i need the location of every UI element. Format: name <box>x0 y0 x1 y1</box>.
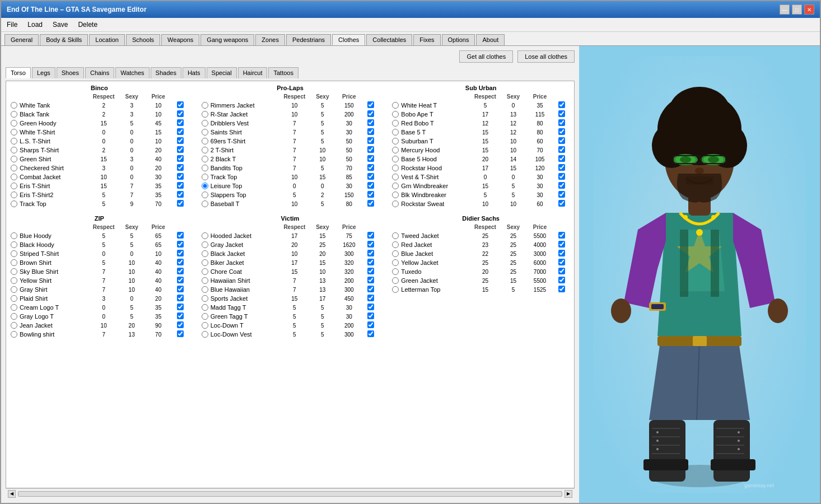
item-radio[interactable] <box>11 156 17 162</box>
get-all-clothes-button[interactable]: Get all clothes <box>459 50 513 63</box>
minimize-button[interactable]: — <box>780 4 790 15</box>
item-checkbox[interactable] <box>558 110 565 117</box>
tab-chains[interactable]: Chains <box>85 67 114 78</box>
item-checkbox[interactable] <box>367 321 374 328</box>
item-radio[interactable] <box>11 259 17 266</box>
item-checkbox[interactable] <box>367 173 374 180</box>
item-radio[interactable] <box>392 165 399 171</box>
item-checkbox[interactable] <box>177 259 184 265</box>
item-radio[interactable] <box>392 183 399 189</box>
item-radio[interactable] <box>11 331 17 338</box>
item-radio[interactable] <box>202 259 208 266</box>
item-radio[interactable] <box>392 111 399 118</box>
item-checkbox[interactable] <box>177 101 184 108</box>
item-checkbox[interactable] <box>367 137 374 144</box>
item-radio[interactable] <box>392 174 399 180</box>
menu-file[interactable]: File <box>4 20 20 30</box>
item-checkbox[interactable] <box>367 232 374 239</box>
item-checkbox[interactable] <box>177 137 184 144</box>
item-checkbox[interactable] <box>177 173 184 180</box>
item-radio[interactable] <box>11 183 17 189</box>
item-checkbox[interactable] <box>177 182 184 189</box>
item-radio[interactable] <box>11 232 17 239</box>
tab-weapons[interactable]: Weapons <box>161 34 199 45</box>
tab-fixes[interactable]: Fixes <box>413 34 440 45</box>
item-checkbox[interactable] <box>367 191 374 198</box>
maximize-button[interactable]: □ <box>792 4 802 15</box>
tab-general[interactable]: General <box>4 34 39 45</box>
item-radio[interactable] <box>392 241 399 248</box>
item-checkbox[interactable] <box>558 128 565 135</box>
item-radio[interactable] <box>392 232 399 239</box>
item-radio[interactable] <box>11 277 17 284</box>
clothes-scroll-panel[interactable]: Binco Respect Sexy Price White Tank 2 3 … <box>6 81 575 488</box>
item-radio[interactable] <box>11 200 17 207</box>
item-radio[interactable] <box>202 129 208 136</box>
item-radio[interactable] <box>392 277 399 284</box>
item-checkbox[interactable] <box>558 182 565 189</box>
item-checkbox[interactable] <box>177 304 184 310</box>
tab-pedestrians[interactable]: Pedestrians <box>286 34 331 45</box>
item-checkbox[interactable] <box>558 173 565 180</box>
tab-watches[interactable]: Watches <box>115 67 149 78</box>
item-checkbox[interactable] <box>177 295 184 301</box>
item-radio[interactable] <box>392 250 399 257</box>
item-radio[interactable] <box>202 277 208 284</box>
item-checkbox[interactable] <box>177 164 184 171</box>
scroll-left-button[interactable]: ◀ <box>8 490 16 498</box>
item-checkbox[interactable] <box>558 232 565 239</box>
item-checkbox[interactable] <box>177 232 184 239</box>
item-radio[interactable] <box>202 331 208 338</box>
item-radio[interactable] <box>202 192 208 198</box>
item-radio[interactable] <box>202 165 208 171</box>
tab-schools[interactable]: Schools <box>126 34 160 45</box>
item-checkbox[interactable] <box>177 241 184 248</box>
item-checkbox[interactable] <box>367 277 374 283</box>
tab-about[interactable]: About <box>476 34 505 45</box>
item-radio[interactable] <box>392 286 399 293</box>
item-radio[interactable] <box>11 304 17 311</box>
item-checkbox[interactable] <box>177 250 184 256</box>
item-radio[interactable] <box>11 192 17 198</box>
item-radio[interactable] <box>202 183 208 189</box>
item-checkbox[interactable] <box>177 321 184 328</box>
item-radio[interactable] <box>392 259 399 266</box>
item-checkbox[interactable] <box>367 119 374 126</box>
item-radio[interactable] <box>392 147 399 153</box>
item-radio[interactable] <box>392 268 399 275</box>
item-radio[interactable] <box>202 295 208 302</box>
item-radio[interactable] <box>11 241 17 248</box>
tab-hats[interactable]: Hats <box>183 67 206 78</box>
item-checkbox[interactable] <box>367 200 374 207</box>
item-radio[interactable] <box>202 111 208 118</box>
close-button[interactable]: ✕ <box>804 4 814 15</box>
tab-gang-weapons[interactable]: Gang weapons <box>200 34 254 45</box>
item-radio[interactable] <box>202 232 208 239</box>
tab-shades[interactable]: Shades <box>151 67 181 78</box>
menu-delete[interactable]: Delete <box>76 20 100 30</box>
item-checkbox[interactable] <box>177 155 184 162</box>
item-checkbox[interactable] <box>367 164 374 171</box>
item-radio[interactable] <box>11 102 17 109</box>
item-checkbox[interactable] <box>558 101 565 108</box>
item-checkbox[interactable] <box>367 250 374 256</box>
item-checkbox[interactable] <box>367 146 374 153</box>
item-radio[interactable] <box>202 120 208 127</box>
item-checkbox[interactable] <box>367 155 374 162</box>
item-checkbox[interactable] <box>367 295 374 301</box>
item-checkbox[interactable] <box>558 200 565 207</box>
item-radio[interactable] <box>392 192 399 198</box>
item-checkbox[interactable] <box>367 241 374 248</box>
item-radio[interactable] <box>202 250 208 257</box>
tab-special[interactable]: Special <box>207 67 237 78</box>
menu-save[interactable]: Save <box>50 20 70 30</box>
tab-zones[interactable]: Zones <box>255 34 285 45</box>
tab-clothes[interactable]: Clothes <box>332 34 365 45</box>
item-checkbox[interactable] <box>177 277 184 283</box>
item-checkbox[interactable] <box>177 110 184 117</box>
item-radio[interactable] <box>11 120 17 127</box>
item-checkbox[interactable] <box>367 286 374 292</box>
item-radio[interactable] <box>11 286 17 293</box>
item-radio[interactable] <box>11 313 17 320</box>
item-radio[interactable] <box>11 250 17 257</box>
